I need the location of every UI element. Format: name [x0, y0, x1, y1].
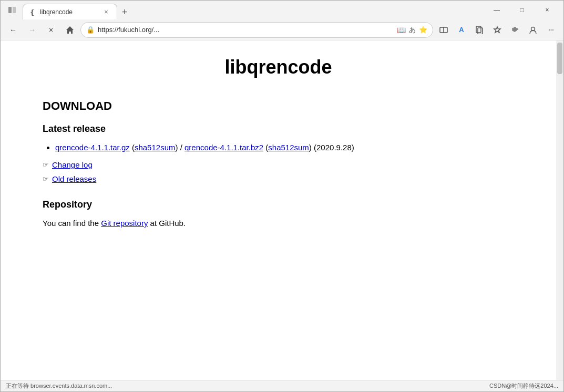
sidebar-toggle-button[interactable]: [5, 3, 19, 17]
favorites-icon: ⭐: [419, 26, 427, 34]
read-aloud-icon: あ: [409, 25, 416, 35]
scrollbar[interactable]: [556, 40, 563, 380]
repo-paragraph: You can find the Git repository at GitHu…: [43, 219, 514, 228]
status-text-right: CSDN@时间静待远2024...: [489, 382, 558, 390]
home-button[interactable]: [61, 22, 78, 38]
nav-bar: ← → × 🔒 📖 あ ⭐ A: [1, 19, 563, 40]
minimize-button[interactable]: —: [485, 2, 509, 18]
profile-button[interactable]: [525, 22, 541, 38]
release-hash1-link[interactable]: sha512sum: [135, 143, 176, 152]
release-date: (2020.9.28): [314, 143, 354, 152]
tab-favicon: ❴: [29, 8, 37, 16]
title-bar: ❴ libqrencode × + — □ ×: [1, 1, 563, 19]
svg-rect-0: [8, 7, 12, 13]
release-tar-bz2-link[interactable]: qrencode-4.1.1.tar.bz2: [184, 143, 263, 152]
tab-bar: ❴ libqrencode × +: [23, 1, 481, 19]
old-releases-arrow-icon: ☞: [43, 175, 49, 183]
translate-button[interactable]: A: [453, 22, 470, 38]
svg-rect-4: [476, 26, 481, 33]
tab-title: libqrencode: [40, 8, 99, 16]
collections-button[interactable]: [471, 22, 488, 38]
changelog-item: ☞ Change log: [43, 160, 514, 169]
title-bar-left: [5, 3, 19, 17]
tab-close-button[interactable]: ×: [102, 8, 110, 16]
git-repository-link[interactable]: Git repository: [101, 219, 148, 228]
latest-release-section: Latest release qrencode-4.1.1.tar.gz (sh…: [43, 123, 514, 183]
svg-rect-1: [13, 7, 16, 13]
release-list: qrencode-4.1.1.tar.gz (sha512sum) / qren…: [55, 143, 514, 152]
separator: /: [180, 143, 182, 152]
old-releases-link[interactable]: Old releases: [52, 174, 96, 183]
extensions-button[interactable]: [507, 22, 524, 38]
read-view-icon: 📖: [397, 26, 406, 34]
url-input[interactable]: [98, 26, 394, 34]
back-button[interactable]: ←: [5, 22, 22, 38]
maximize-button[interactable]: □: [510, 2, 534, 18]
lock-icon: 🔒: [86, 26, 95, 34]
browser-window: ❴ libqrencode × + — □ × ← → × 🔒 📖 あ ⭐: [0, 0, 564, 392]
split-screen-button[interactable]: [435, 22, 452, 38]
download-section: DOWNLOAD Latest release qrencode-4.1.1.t…: [43, 99, 514, 183]
close-window-button[interactable]: ×: [535, 2, 559, 18]
changelog-link[interactable]: Change log: [52, 160, 93, 169]
add-favorites-button[interactable]: [489, 22, 506, 38]
repo-text-after: at GitHub.: [150, 219, 186, 228]
close-nav-button[interactable]: ×: [43, 22, 59, 38]
address-bar[interactable]: 🔒 📖 あ ⭐: [80, 22, 433, 38]
repository-heading: Repository: [43, 199, 514, 210]
forward-button[interactable]: →: [24, 22, 40, 38]
nav-icons: A: [435, 22, 559, 38]
download-heading: DOWNLOAD: [43, 99, 514, 113]
changelog-arrow-icon: ☞: [43, 161, 49, 169]
more-options-button[interactable]: ···: [542, 22, 559, 38]
page-content: libqrencode DOWNLOAD Latest release qren…: [1, 40, 556, 380]
release-tar-gz-link[interactable]: qrencode-4.1.1.tar.gz: [55, 143, 130, 152]
repo-text-before: You can find the: [43, 219, 99, 228]
window-controls: — □ ×: [485, 2, 559, 18]
active-tab[interactable]: ❴ libqrencode ×: [23, 4, 117, 19]
page-area: libqrencode DOWNLOAD Latest release qren…: [1, 40, 563, 380]
new-tab-button[interactable]: +: [117, 5, 132, 19]
scrollbar-thumb[interactable]: [557, 43, 562, 74]
old-releases-item: ☞ Old releases: [43, 174, 514, 183]
status-bar: 正在等待 browser.events.data.msn.com... CSDN…: [1, 380, 563, 391]
svg-rect-5: [478, 28, 483, 34]
page-title: libqrencode: [43, 56, 514, 78]
release-item: qrencode-4.1.1.tar.gz (sha512sum) / qren…: [55, 143, 514, 152]
latest-release-heading: Latest release: [43, 123, 514, 135]
repository-section: Repository You can find the Git reposito…: [43, 199, 514, 228]
release-hash2-link[interactable]: sha512sum: [268, 143, 309, 152]
status-text-left: 正在等待 browser.events.data.msn.com...: [6, 382, 112, 390]
